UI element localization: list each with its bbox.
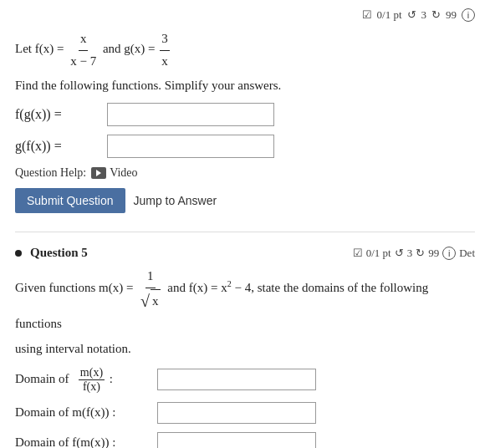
q4-g-label: g(x) = [124,42,158,55]
q4-fg-input[interactable] [107,103,274,126]
q4-section: Let f(x) = x x − 7 and g(x) = 3 x Find t… [15,28,475,232]
q4-redo-icon[interactable]: ↻ [431,8,441,22]
q5-domain-mfx-input[interactable] [157,402,316,424]
q4-g-numerator: 3 [160,28,170,51]
q4-fg-label: f(g(x)) = [15,107,107,122]
q5-mf-fraction: m(x) f(x) [79,366,105,394]
q5-header: Question 5 ☑ 0/1 pt ↺ 3 ↻ 99 i Det [15,246,475,260]
q4-score: 0/1 pt [377,8,402,22]
q5-interval-text: using interval notation. [15,342,475,356]
q5-sqrt-arg: x [151,289,161,313]
q5-given-prefix: Given functions [15,281,95,294]
q5-given-line: Given functions m(x) = 1 √x and f(x) = x… [15,265,475,335]
q4-redo-count: 99 [446,8,457,22]
q5-score: 0/1 pt [366,247,391,260]
q5-redo-icon[interactable]: ↻ [416,247,425,260]
q4-f-denominator: x − 7 [69,51,98,73]
q4-gf-input[interactable] [107,135,274,158]
q5-domain-mfx-row: Domain of m(f(x)) : [15,402,475,424]
q5-domain-fmx-row: Domain of f(m(x)) : [15,432,475,448]
q5-redo-count: 99 [428,247,439,260]
q4-checkbox-icon: ☑ [362,8,372,22]
q4-submit-button[interactable]: Submit Question [15,188,125,213]
q5-m-label: m(x) = [99,281,136,294]
q5-domain-mf-input[interactable] [157,369,316,390]
q5-domain-mf-label: Domain of m(x) f(x) : [15,366,157,394]
and-text: and [103,42,121,55]
q4-video-label: Video [110,166,137,180]
let-text: Let [15,42,32,55]
q5-mf-num: m(x) [79,366,105,380]
q5-det-text: Det [459,247,475,260]
q5-domain-fmx-label: Domain of f(m(x)) : [15,435,157,448]
domain-of-text: Domain of [15,372,69,385]
q4-fg-row: f(g(x)) = [15,103,475,126]
q5-domain-mf-row: Domain of m(x) f(x) : [15,366,475,394]
q4-definition-line: Let f(x) = x x − 7 and g(x) = 3 x [15,28,475,72]
q4-g-fraction: 3 x [160,28,170,72]
q5-mf-den: f(x) [81,380,102,394]
q4-find-text: Find the following functions. Simplify y… [15,79,475,93]
q4-jump-button[interactable]: Jump to Answer [134,194,217,207]
q5-section: Question 5 ☑ 0/1 pt ↺ 3 ↻ 99 i Det Given… [15,244,475,448]
q4-score-bar: ☑ 0/1 pt ↺ 3 ↻ 99 i [15,8,475,22]
q4-f-label: f(x) = [35,42,67,55]
q5-domain-fmx-input[interactable] [157,432,316,448]
q5-f-label: f(x) = x2 − 4, [189,281,258,294]
q4-video-link[interactable]: Video [91,166,137,180]
q5-m-fraction: 1 √x [138,265,162,313]
q4-undo-count: 3 [421,8,427,22]
q5-undo-count: 3 [407,247,413,260]
q5-m-numerator: 1 [145,265,156,288]
q5-and-text: and [167,281,186,294]
q5-title: Question 5 [15,246,88,260]
q4-gf-label: g(f(x)) = [15,139,107,154]
q4-btn-row: Submit Question Jump to Answer [15,188,475,213]
q5-mf-colon: : [110,372,113,385]
q5-bullet [15,250,22,257]
q5-m-denominator: √x [138,288,162,313]
q4-help-label: Question Help: [15,166,86,180]
q4-gf-row: g(f(x)) = [15,135,475,158]
q4-video-icon [91,167,106,179]
q4-f-numerator: x [79,28,89,51]
q4-question-help: Question Help: Video [15,166,475,180]
q4-undo-icon[interactable]: ↺ [407,8,416,22]
q5-sqrt-symbol: √ [140,293,150,309]
q4-info-icon[interactable]: i [462,8,475,22]
q4-f-fraction: x x − 7 [69,28,98,72]
q4-g-denominator: x [160,51,170,73]
q5-number: Question 5 [30,246,88,260]
q5-domain-mfx-label: Domain of m(f(x)) : [15,405,157,420]
q5-undo-icon[interactable]: ↺ [395,247,404,260]
q5-sqrt-wrap: √x [140,289,160,313]
q5-score-bar: ☑ 0/1 pt ↺ 3 ↻ 99 i Det [353,247,475,260]
q5-info-icon[interactable]: i [442,247,456,260]
q5-checkbox-icon: ☑ [353,247,363,260]
